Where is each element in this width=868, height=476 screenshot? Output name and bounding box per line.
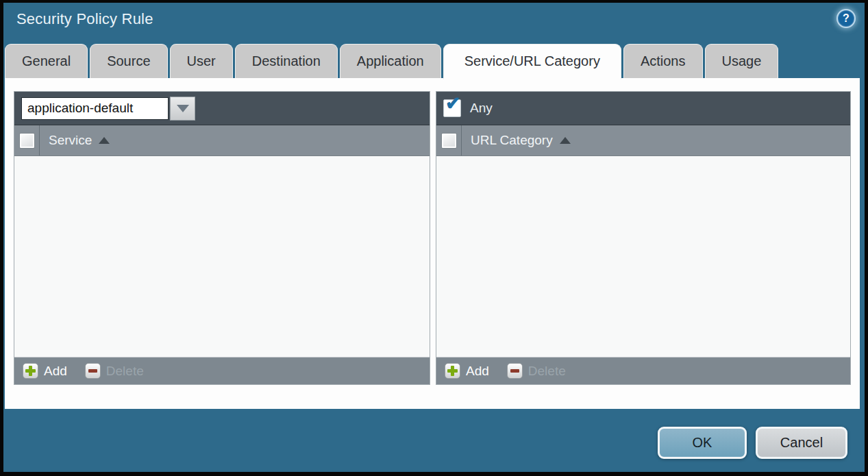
service-select-all-cell: ✔ bbox=[14, 125, 40, 155]
url-category-select-all-checkbox[interactable]: ✔ bbox=[441, 133, 457, 149]
url-category-panel: ✔ Any ✔ URL Category Add bbox=[436, 91, 851, 385]
check-icon: ✔ bbox=[445, 92, 461, 114]
delete-icon bbox=[85, 363, 101, 379]
service-select-all-checkbox[interactable]: ✔ bbox=[19, 133, 35, 149]
service-toolbar bbox=[14, 92, 430, 125]
add-icon bbox=[23, 363, 38, 379]
url-category-toolbar: ✔ Any bbox=[436, 92, 850, 125]
service-column-header[interactable]: Service bbox=[40, 125, 110, 155]
service-type-input[interactable] bbox=[21, 97, 169, 120]
url-category-footer: Add Delete bbox=[436, 357, 850, 384]
screenshot-frame: Security Policy Rule ? General Source Us… bbox=[0, 0, 868, 476]
cancel-button[interactable]: Cancel bbox=[756, 427, 847, 459]
url-category-table-header: ✔ URL Category bbox=[436, 125, 850, 156]
tab-general[interactable]: General bbox=[5, 44, 88, 78]
service-table-header: ✔ Service bbox=[14, 125, 430, 156]
tab-content-area: ✔ Service Add Delete bbox=[5, 78, 860, 409]
ok-button[interactable]: OK bbox=[658, 427, 747, 459]
tab-actions[interactable]: Actions bbox=[623, 44, 703, 78]
tab-source[interactable]: Source bbox=[90, 44, 167, 78]
service-type-dropdown-button[interactable] bbox=[170, 97, 195, 121]
chevron-down-icon bbox=[177, 105, 189, 112]
sort-ascending-icon bbox=[560, 137, 571, 144]
tab-service-url-category[interactable]: Service/URL Category bbox=[443, 44, 621, 79]
url-category-table-body[interactable] bbox=[436, 156, 850, 357]
dialog-title: Security Policy Rule bbox=[16, 10, 153, 28]
help-icon[interactable]: ? bbox=[836, 9, 856, 28]
tab-destination[interactable]: Destination bbox=[235, 44, 338, 78]
service-footer: Add Delete bbox=[14, 357, 430, 384]
service-type-dropdown bbox=[21, 97, 195, 121]
service-panel: ✔ Service Add Delete bbox=[14, 91, 430, 385]
tab-application[interactable]: Application bbox=[340, 44, 441, 78]
any-label: Any bbox=[470, 101, 493, 116]
tab-user[interactable]: User bbox=[170, 44, 233, 78]
url-category-delete-button[interactable]: Delete bbox=[507, 363, 566, 379]
url-category-add-button[interactable]: Add bbox=[445, 363, 489, 379]
sort-ascending-icon bbox=[99, 137, 110, 144]
service-delete-button[interactable]: Delete bbox=[85, 363, 144, 379]
tab-usage[interactable]: Usage bbox=[705, 44, 779, 78]
url-category-column-header[interactable]: URL Category bbox=[462, 125, 571, 155]
url-category-select-all-cell: ✔ bbox=[436, 125, 462, 155]
any-checkbox[interactable]: ✔ bbox=[443, 99, 461, 117]
delete-icon bbox=[507, 363, 523, 379]
service-add-button[interactable]: Add bbox=[23, 363, 67, 379]
add-icon bbox=[445, 363, 460, 379]
tab-bar: General Source User Destination Applicat… bbox=[5, 44, 778, 78]
service-table-body[interactable] bbox=[14, 156, 430, 357]
